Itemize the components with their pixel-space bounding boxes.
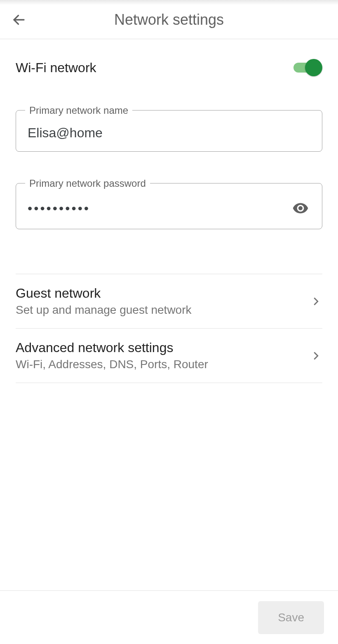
show-password-button[interactable] [291, 198, 310, 218]
guest-network-item[interactable]: Guest network Set up and manage guest ne… [16, 274, 322, 328]
back-button[interactable] [12, 12, 26, 27]
network-name-input[interactable] [28, 125, 310, 141]
advanced-settings-item[interactable]: Advanced network settings Wi-Fi, Address… [16, 328, 322, 383]
network-name-field: Primary network name [16, 110, 322, 152]
chevron [310, 350, 322, 362]
chevron [310, 295, 322, 308]
list-item-text: Guest network Set up and manage guest ne… [16, 286, 192, 317]
save-button[interactable]: Save [258, 601, 324, 634]
page-title: Network settings [114, 11, 224, 28]
content: Wi-Fi network Primary network name Prima… [0, 39, 338, 383]
wifi-section-row: Wi-Fi network [16, 39, 322, 89]
list-item-title: Guest network [16, 286, 192, 301]
list-item-title: Advanced network settings [16, 340, 208, 355]
chevron-right-icon [310, 295, 322, 308]
settings-list: Guest network Set up and manage guest ne… [16, 274, 322, 383]
list-item-subtitle: Set up and manage guest network [16, 303, 192, 317]
list-item-subtitle: Wi-Fi, Addresses, DNS, Ports, Router [16, 358, 208, 371]
footer: Save [0, 590, 338, 644]
network-name-box[interactable]: Primary network name [16, 110, 322, 152]
list-item-text: Advanced network settings Wi-Fi, Address… [16, 340, 208, 371]
wifi-toggle[interactable] [293, 59, 322, 76]
top-gradient [0, 0, 338, 5]
chevron-right-icon [310, 350, 322, 362]
network-name-label: Primary network name [25, 105, 132, 116]
eye-icon [292, 200, 309, 216]
arrow-left-icon [12, 12, 26, 27]
network-password-box[interactable]: Primary network password •••••••••• [16, 183, 322, 229]
toggle-knob [305, 59, 322, 76]
network-password-field: Primary network password •••••••••• [16, 183, 322, 229]
header: Network settings [0, 5, 338, 39]
wifi-section-title: Wi-Fi network [16, 60, 96, 75]
network-password-input[interactable]: •••••••••• [28, 202, 291, 215]
network-password-label: Primary network password [25, 178, 150, 189]
